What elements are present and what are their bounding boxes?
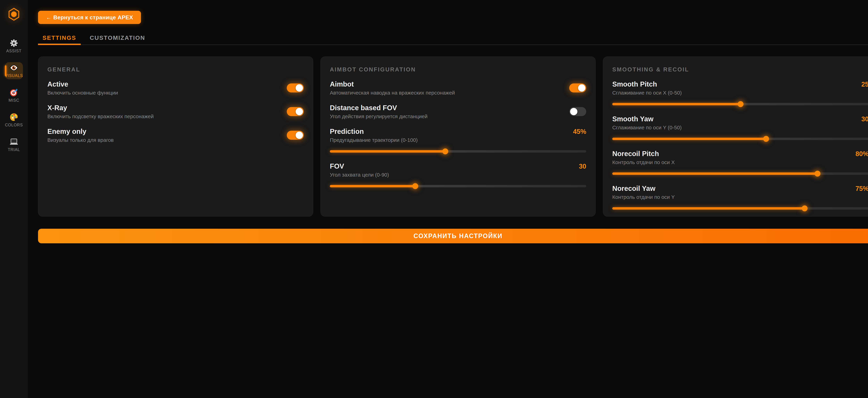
sidebar-item-assist[interactable]: ASSIST xyxy=(5,37,23,55)
slider-fill xyxy=(612,172,817,175)
toggle-distance-based-fov[interactable] xyxy=(569,107,586,116)
sidebar-item-visuals[interactable]: VISUALS xyxy=(5,62,23,79)
sidebar-item-misc[interactable]: MISC xyxy=(5,87,23,104)
toggle-knob xyxy=(296,108,303,115)
toggle-enemy-only[interactable] xyxy=(287,131,304,140)
active-indicator xyxy=(5,65,6,76)
sidebar-item-label: ASSIST xyxy=(6,49,22,53)
setting-row-norecoil-yaw: Norecoil Yaw 75% Контроль отдачи по оси … xyxy=(612,184,868,211)
sidebar-item-label: TRIAL xyxy=(8,147,20,152)
setting-label: Norecoil Yaw xyxy=(612,184,655,193)
setting-description: Сглаживание по оси Y (0-50) xyxy=(612,124,868,131)
setting-description: Предугадывание траектории (0-100) xyxy=(330,137,586,143)
setting-description: Включить основные функции xyxy=(48,90,118,96)
setting-value: 45% xyxy=(573,128,586,135)
slider-thumb[interactable] xyxy=(802,205,808,211)
sidebar-item-trial[interactable]: TRIAL xyxy=(5,136,23,153)
slider-fill xyxy=(612,103,741,105)
slider-prediction[interactable] xyxy=(330,148,586,154)
eye-icon xyxy=(9,63,18,72)
setting-row-norecoil-pitch: Norecoil Pitch 80% Контроль отдачи по ос… xyxy=(612,149,868,177)
setting-row-distance-based-fov: Distance based FOV Угол действия регулир… xyxy=(330,104,586,120)
slider-fov[interactable] xyxy=(330,183,586,189)
sidebar-nav: ASSIST VISUALS xyxy=(5,37,23,153)
setting-label: Aimbot xyxy=(330,80,455,88)
slider-smooth-pitch[interactable] xyxy=(612,101,868,107)
setting-row-xray: X-Ray Включить подсветку вражеских персо… xyxy=(48,104,304,120)
panel-title: GENERAL xyxy=(48,66,304,72)
app-window: ASSIST VISUALS xyxy=(0,0,868,398)
setting-description: Автоматическая наводка на вражеских перс… xyxy=(330,90,455,96)
setting-row-prediction: Prediction 45% Предугадывание траектории… xyxy=(330,127,586,154)
slider-thumb[interactable] xyxy=(412,183,418,189)
slider-norecoil-pitch[interactable] xyxy=(612,171,868,177)
slider-fill xyxy=(330,185,415,187)
slider-fill xyxy=(612,207,805,209)
setting-label: Norecoil Pitch xyxy=(612,149,659,158)
hexagon-logo-icon[interactable] xyxy=(8,8,20,21)
setting-label: Smooth Yaw xyxy=(612,115,653,123)
setting-row-active: Active Включить основные функции xyxy=(48,80,304,96)
toggle-knob xyxy=(296,132,303,139)
palette-icon xyxy=(9,113,18,121)
setting-row-aimbot: Aimbot Автоматическая наводка на вражеск… xyxy=(330,80,586,96)
slider-thumb[interactable] xyxy=(814,171,820,177)
settings-panels: GENERAL Active Включить основные функции… xyxy=(38,56,868,217)
save-settings-button[interactable]: СОХРАНИТЬ НАСТРОЙКИ xyxy=(38,229,868,243)
tab-bar: SETTINGS CUSTOMIZATION xyxy=(38,35,868,45)
setting-label: Enemy only xyxy=(48,127,114,136)
toggle-active[interactable] xyxy=(287,83,304,92)
slider-thumb[interactable] xyxy=(763,136,769,142)
slider-smooth-yaw[interactable] xyxy=(612,136,868,142)
setting-value: 30 xyxy=(861,115,868,123)
setting-description: Угол действия регулируется дистанцией xyxy=(330,113,428,120)
setting-label: Distance based FOV xyxy=(330,104,428,112)
slider-thumb[interactable] xyxy=(738,101,744,107)
sidebar-item-colors[interactable]: COLORS xyxy=(5,112,23,129)
setting-description: Контроль отдачи по оси Y xyxy=(612,194,868,200)
setting-description: Сглаживание по оси X (0-50) xyxy=(612,90,868,96)
setting-value: 80% xyxy=(856,150,868,158)
setting-row-fov: FOV 30 Угол захвата цели (0-90) xyxy=(330,162,586,189)
toggle-knob xyxy=(296,84,303,92)
sidebar-item-label: VISUALS xyxy=(5,73,23,78)
panel-title: SMOOTHING & RECOIL xyxy=(612,66,868,72)
setting-label: Active xyxy=(48,80,118,88)
setting-value: 25 xyxy=(861,81,868,88)
setting-description: Включить подсветку вражеских персонажей xyxy=(48,113,154,120)
setting-value: 75% xyxy=(856,185,868,192)
setting-label: Smooth Pitch xyxy=(612,80,657,88)
setting-label: FOV xyxy=(330,162,344,170)
toggle-knob xyxy=(578,84,585,92)
setting-label: Prediction xyxy=(330,127,364,136)
panel-general: GENERAL Active Включить основные функции… xyxy=(38,56,313,217)
main-content: ← Вернуться к странице APEX SETTINGS CUS… xyxy=(28,0,868,398)
panel-title: AIMBOT CONFIGURATION xyxy=(330,66,586,72)
slider-thumb[interactable] xyxy=(442,148,448,154)
slider-fill xyxy=(330,150,445,152)
sidebar-item-label: MISC xyxy=(8,98,19,103)
back-to-apex-button[interactable]: ← Вернуться к странице APEX xyxy=(38,11,141,24)
setting-label: X-Ray xyxy=(48,104,154,112)
setting-row-smooth-pitch: Smooth Pitch 25 Сглаживание по оси X (0-… xyxy=(612,80,868,107)
slider-norecoil-yaw[interactable] xyxy=(612,205,868,211)
tab-settings[interactable]: SETTINGS xyxy=(38,35,81,45)
panel-aimbot-configuration: AIMBOT CONFIGURATION Aimbot Автоматическ… xyxy=(320,56,596,217)
setting-description: Визуалы только для врагов xyxy=(48,137,114,143)
setting-row-smooth-yaw: Smooth Yaw 30 Сглаживание по оси Y (0-50… xyxy=(612,115,868,142)
toggle-aimbot[interactable] xyxy=(569,83,586,92)
laptop-icon xyxy=(9,138,18,146)
setting-row-enemy-only: Enemy only Визуалы только для врагов xyxy=(48,127,304,143)
gear-icon xyxy=(9,39,18,48)
sidebar-item-label: COLORS xyxy=(5,123,23,127)
slider-fill xyxy=(612,138,766,140)
setting-value: 30 xyxy=(579,163,586,170)
setting-description: Контроль отдачи по оси X xyxy=(612,159,868,166)
tab-customization[interactable]: CUSTOMIZATION xyxy=(85,35,150,45)
toggle-knob xyxy=(570,108,578,115)
panel-smoothing-recoil: SMOOTHING & RECOIL Smooth Pitch 25 Сглаж… xyxy=(603,56,868,217)
target-icon xyxy=(9,88,18,97)
setting-description: Угол захвата цели (0-90) xyxy=(330,172,586,178)
toggle-xray[interactable] xyxy=(287,107,304,116)
sidebar: ASSIST VISUALS xyxy=(0,0,28,398)
